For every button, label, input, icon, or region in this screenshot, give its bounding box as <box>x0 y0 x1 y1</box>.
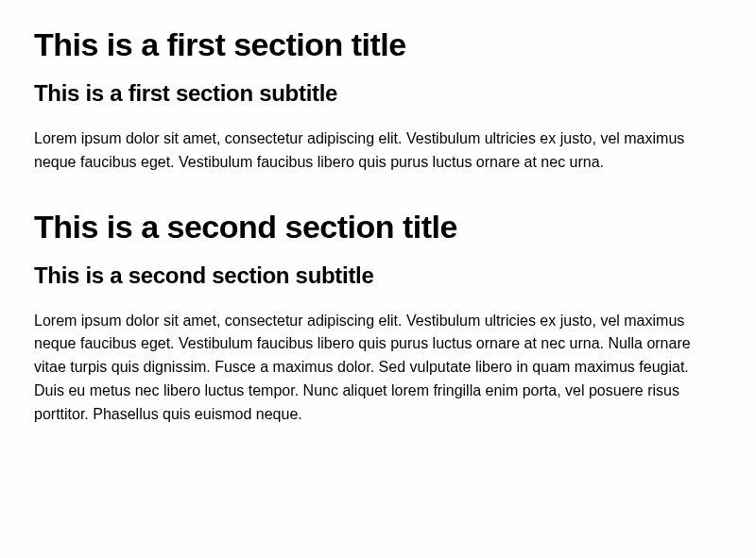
section-1-body: Lorem ipsum dolor sit amet, consectetur … <box>34 127 722 175</box>
section-2-subtitle: This is a second section subtitle <box>34 262 722 289</box>
section-2-title: This is a second section title <box>34 209 722 245</box>
section-1: This is a first section title This is a … <box>34 26 722 175</box>
section-2-body: Lorem ipsum dolor sit amet, consectetur … <box>34 310 722 427</box>
section-2: This is a second section title This is a… <box>34 209 722 427</box>
section-1-subtitle: This is a first section subtitle <box>34 80 722 107</box>
section-1-title: This is a first section title <box>34 26 722 63</box>
